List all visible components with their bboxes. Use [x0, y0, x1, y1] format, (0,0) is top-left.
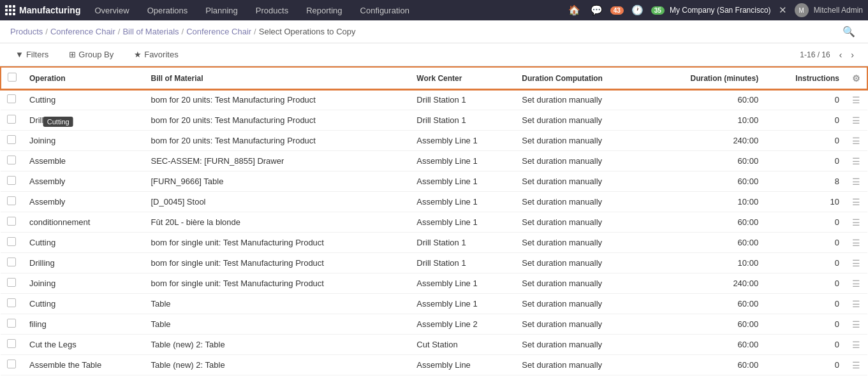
row-list-icon-cell: ☰ [846, 335, 867, 355]
company-name: My Company (San Francisco) [670, 6, 771, 15]
row-instructions: 0 [765, 273, 846, 294]
table-row[interactable]: filing Table Assembly Line 2 Set duratio… [1, 314, 867, 335]
row-duration-computation: Set duration manually [515, 110, 649, 131]
table-row[interactable]: Joining bom for single unit: Test Manufa… [1, 273, 867, 294]
header-instructions: Instructions [765, 67, 846, 89]
row-checkbox[interactable] [7, 115, 16, 124]
table-row[interactable]: Assembly [D_0045] Stool Assembly Line 1 … [1, 192, 867, 212]
row-detail-icon[interactable]: ☰ [852, 217, 860, 228]
table-body: CuttingCutting bom for 20 units: Test Ma… [1, 89, 867, 378]
nav-overview[interactable]: Overview [85, 0, 138, 20]
row-duration-computation: Set duration manually [515, 273, 649, 294]
table-row[interactable]: Joining bom for 20 units: Test Manufactu… [1, 131, 867, 151]
row-instructions: 0 [765, 375, 846, 379]
group-by-button[interactable]: ⊞ Group By [64, 47, 119, 62]
breadcrumb-conference-chair-2[interactable]: Conference Chair [186, 27, 251, 36]
table-row[interactable]: Cutting Table Assembly Line 1 Set durati… [1, 294, 867, 314]
row-duration-minutes: 60:00 [649, 335, 765, 355]
table-row[interactable]: Drilling bom for single unit: Test Manuf… [1, 253, 867, 273]
table-row[interactable]: Cutting bom for single unit: Test Manufa… [1, 233, 867, 253]
row-operation: Assemble [23, 151, 145, 171]
table-row[interactable]: Cut the Legs Table (new) 2: Table Cut St… [1, 335, 867, 355]
row-operation: Cut the Legs [23, 335, 145, 355]
row-checkbox[interactable] [7, 176, 16, 185]
row-detail-icon[interactable]: ☰ [852, 340, 860, 350]
row-checkbox[interactable] [7, 196, 16, 205]
row-operation: Joining [23, 131, 145, 151]
nav-planning[interactable]: Planning [196, 0, 247, 20]
row-checkbox[interactable] [7, 360, 16, 368]
row-work-center: Cut Station [410, 335, 515, 355]
row-checkbox[interactable] [7, 278, 16, 287]
search-icon[interactable]: 🔍 [840, 25, 858, 38]
breadcrumb-products[interactable]: Products [10, 27, 43, 36]
row-list-icon-cell: ☰ [846, 131, 867, 151]
next-page-button[interactable]: › [847, 48, 858, 61]
row-duration-computation: Set duration manually [515, 212, 649, 233]
row-operation: CuttingCutting [23, 89, 145, 110]
row-instructions: 0 [765, 314, 846, 335]
row-checkbox[interactable] [7, 319, 16, 328]
favorites-button[interactable]: ★ Favorites [129, 47, 183, 62]
table-row[interactable]: Assemble SEC-ASSEM: [FURN_8855] Drawer A… [1, 151, 867, 171]
row-operation: Assembly [23, 171, 145, 192]
table-row[interactable]: Drilling bom for 20 units: Test Manufact… [1, 110, 867, 131]
filters-button[interactable]: ▼ Filters [10, 47, 54, 62]
clock-icon[interactable]: 🕐 [629, 3, 646, 17]
row-detail-icon[interactable]: ☰ [852, 177, 860, 187]
row-checkbox[interactable] [7, 135, 16, 144]
row-detail-icon[interactable]: ☰ [852, 299, 860, 309]
row-detail-icon[interactable]: ☰ [852, 95, 860, 105]
row-checkbox[interactable] [7, 217, 16, 226]
table-row[interactable]: Assemble the Table Table (new) 2: Table … [1, 355, 867, 375]
prev-page-button[interactable]: ‹ [835, 48, 846, 61]
row-detail-icon[interactable]: ☰ [852, 258, 860, 268]
breadcrumb: Products / Conference Chair / Bill of Ma… [0, 20, 868, 43]
column-settings-icon[interactable]: ⚙ [852, 73, 860, 84]
brand[interactable]: Manufacturing [5, 5, 80, 15]
home-icon[interactable]: 🏠 [566, 3, 583, 17]
row-list-icon-cell: ☰ [846, 375, 867, 379]
row-operation: Drilling [23, 110, 145, 131]
select-all-checkbox[interactable] [8, 73, 17, 82]
breadcrumb-conference-chair-1[interactable]: Conference Chair [50, 27, 115, 36]
chat-icon[interactable]: 💬 [588, 3, 605, 17]
row-detail-icon[interactable]: ☰ [852, 238, 860, 248]
row-detail-icon[interactable]: ☰ [852, 136, 860, 146]
row-duration-minutes: 10:00 [649, 110, 765, 131]
breadcrumb-bill-of-materials[interactable]: Bill of Materials [122, 27, 179, 36]
row-detail-icon[interactable]: ☰ [852, 360, 860, 370]
table-row[interactable]: conditionnement Fût 20L - bière la blond… [1, 212, 867, 233]
row-checkbox[interactable] [7, 339, 16, 348]
row-duration-minutes: 60:00 [649, 151, 765, 171]
row-checkbox[interactable] [7, 258, 16, 266]
row-detail-icon[interactable]: ☰ [852, 115, 860, 126]
row-bill-of-material: Table [145, 314, 411, 335]
row-detail-icon[interactable]: ☰ [852, 156, 860, 166]
table-row[interactable]: Assemble Fruit basket Assembly Line 1 Se… [1, 375, 867, 379]
table-row[interactable]: Assembly [FURN_9666] Table Assembly Line… [1, 171, 867, 192]
breadcrumb-current: Select Operations to Copy [259, 27, 356, 36]
brand-label: Manufacturing [19, 5, 80, 15]
row-detail-icon[interactable]: ☰ [852, 279, 860, 289]
row-duration-minutes: 60:00 [649, 212, 765, 233]
row-checkbox[interactable] [7, 298, 16, 307]
tooltip-text: Cutting [43, 117, 73, 127]
row-work-center: Assembly Line [410, 355, 515, 375]
row-instructions: 8 [765, 171, 846, 192]
row-work-center: Drill Station 1 [410, 253, 515, 273]
row-checkbox[interactable] [7, 94, 16, 103]
nav-configuration[interactable]: Configuration [351, 0, 418, 20]
nav-operations[interactable]: Operations [138, 0, 197, 20]
table-row[interactable]: CuttingCutting bom for 20 units: Test Ma… [1, 89, 867, 110]
row-checkbox[interactable] [7, 237, 16, 246]
row-checkbox[interactable] [7, 156, 16, 164]
row-detail-icon[interactable]: ☰ [852, 197, 860, 207]
row-bill-of-material: bom for 20 units: Test Manufacturing Pro… [145, 110, 411, 131]
nav-products[interactable]: Products [247, 0, 297, 20]
settings-icon[interactable]: ✕ [776, 3, 790, 17]
row-operation: Cutting [23, 233, 145, 253]
nav-reporting[interactable]: Reporting [297, 0, 351, 20]
row-instructions: 0 [765, 233, 846, 253]
row-detail-icon[interactable]: ☰ [852, 319, 860, 330]
